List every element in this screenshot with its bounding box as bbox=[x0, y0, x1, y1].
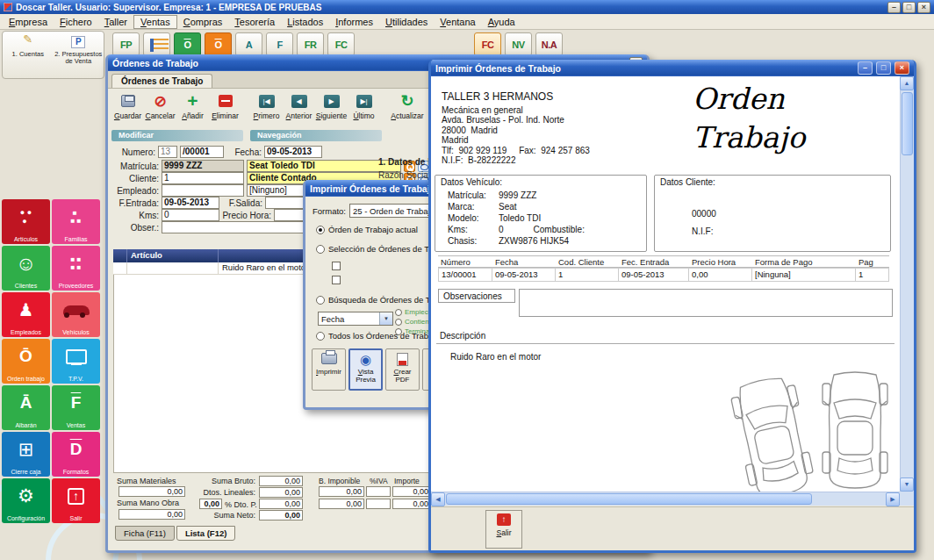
cliente-field[interactable]: 1 bbox=[162, 172, 244, 184]
articles-icon bbox=[2, 201, 50, 233]
menu-ayuda[interactable]: Ayuda bbox=[482, 16, 521, 28]
siguiente-button[interactable]: Siguiente bbox=[315, 90, 348, 129]
imprimir-button[interactable]: Imprimir bbox=[312, 348, 346, 391]
menu-informes[interactable]: Informes bbox=[329, 16, 379, 28]
matricula-field[interactable]: 9999 ZZZ bbox=[162, 160, 244, 172]
main-titlebar[interactable]: Doscar Taller. Usuario: Supervisor. Empr… bbox=[0, 0, 934, 14]
radio-contiene[interactable] bbox=[395, 319, 402, 326]
menu-listados[interactable]: Listados bbox=[281, 16, 329, 28]
tile-empleados[interactable]: Empleados bbox=[2, 292, 50, 337]
tile-ventas[interactable]: Ventas bbox=[52, 385, 100, 430]
tile-proveedores[interactable]: Proveedores bbox=[52, 246, 100, 291]
toolbar-factura-button[interactable]: F bbox=[266, 32, 293, 56]
menu-empresa[interactable]: Empresa bbox=[3, 16, 54, 28]
chevron-down-icon[interactable] bbox=[379, 312, 392, 325]
tile-formatos[interactable]: Formatos bbox=[52, 432, 100, 477]
scroll-right-arrow[interactable] bbox=[886, 492, 900, 506]
toolbar-presupuesto-button[interactable]: O bbox=[205, 32, 232, 56]
cancelar-button[interactable]: Cancelar bbox=[144, 90, 176, 129]
option-todos[interactable]: Todos los Órdenes de Trabajo bbox=[316, 331, 440, 341]
anterior-button[interactable]: Anterior bbox=[283, 90, 315, 129]
scroll-left-arrow[interactable] bbox=[431, 492, 445, 506]
radio-todos[interactable] bbox=[316, 332, 325, 341]
radio-seleccion[interactable] bbox=[316, 245, 325, 254]
option-actual[interactable]: Órden de Trabajo actual bbox=[316, 225, 418, 234]
menu-compras[interactable]: Compras bbox=[177, 16, 229, 28]
menu-ventana[interactable]: Ventana bbox=[434, 16, 481, 28]
ultimo-button[interactable]: Último bbox=[348, 90, 380, 129]
radio-busqueda[interactable] bbox=[316, 296, 325, 305]
scroll-thumb[interactable] bbox=[902, 92, 913, 155]
scroll-up-arrow[interactable] bbox=[900, 76, 914, 90]
toolbar-fp-button[interactable]: FP bbox=[112, 32, 140, 56]
close-button[interactable] bbox=[894, 61, 909, 75]
crear-pdf-button[interactable]: Crear PDF bbox=[385, 348, 420, 391]
campo-select[interactable]: Fecha bbox=[318, 312, 393, 326]
tile-familias[interactable]: Familias bbox=[52, 199, 100, 244]
toolbar-orden-button[interactable]: O bbox=[174, 32, 201, 56]
tab-ordenes-de-trabajo[interactable]: Órdenes de Trabajo bbox=[111, 74, 212, 88]
vista-previa-button[interactable]: Vista Previa bbox=[348, 348, 383, 391]
vertical-scrollbar[interactable] bbox=[900, 76, 914, 492]
seleccion-check-2[interactable] bbox=[332, 276, 341, 284]
fecha-field[interactable]: 09-05-2013 bbox=[264, 146, 322, 158]
guardar-button[interactable]: Guardar bbox=[111, 90, 144, 129]
option-contiene[interactable]: Contiene bbox=[395, 318, 433, 326]
maximize-button[interactable] bbox=[876, 61, 891, 75]
tile-albaran[interactable]: Albarán bbox=[2, 385, 50, 430]
tile-vehiculos[interactable]: Vehículos bbox=[52, 292, 100, 337]
menu-ventas[interactable]: Ventas bbox=[133, 15, 177, 29]
kms-field[interactable]: 0 bbox=[162, 209, 219, 221]
fentrada-field[interactable]: 09-05-2013 bbox=[162, 197, 219, 209]
eliminar-button[interactable]: Eliminar bbox=[209, 90, 241, 129]
preview-titlebar[interactable]: Imprimir Órdenes de Trabajo bbox=[431, 60, 914, 76]
anadir-button[interactable]: Añadir bbox=[176, 90, 209, 129]
close-button[interactable] bbox=[917, 2, 930, 13]
toolbar-fc-button[interactable]: FC bbox=[327, 32, 355, 56]
tile-cierre-caja[interactable]: Cierre caja bbox=[2, 432, 50, 477]
horizontal-scrollbar[interactable] bbox=[431, 492, 900, 506]
toolbar-list-button[interactable] bbox=[143, 32, 170, 56]
tile-tpv[interactable]: T.P.V. bbox=[52, 339, 100, 384]
menu-tesoreria[interactable]: Tesorería bbox=[228, 16, 281, 28]
radio-empiece[interactable] bbox=[395, 309, 402, 316]
tile-salir[interactable]: Salir bbox=[52, 478, 100, 523]
tab-lista[interactable]: Lista (F12) bbox=[176, 526, 236, 541]
refresh-icon bbox=[400, 92, 413, 110]
toolbar-na-button[interactable]: N.A bbox=[535, 32, 563, 56]
primero-button[interactable]: Primero bbox=[250, 90, 283, 129]
minimize-button[interactable] bbox=[887, 2, 901, 13]
checkbox[interactable] bbox=[332, 262, 341, 270]
toolbar-fc2-button[interactable]: FC bbox=[474, 32, 501, 56]
salir-button[interactable]: Salir bbox=[485, 510, 522, 549]
toolbar-fr-button[interactable]: FR bbox=[297, 32, 324, 56]
document-p-icon bbox=[71, 36, 85, 48]
numero-field[interactable]: 13 bbox=[158, 146, 177, 158]
dto-pp-pct-field[interactable]: 0,00 bbox=[199, 499, 222, 509]
minimize-button[interactable] bbox=[858, 61, 873, 75]
tab-ficha[interactable]: Ficha (F11) bbox=[115, 526, 175, 541]
checkbox[interactable] bbox=[332, 276, 341, 284]
tile-configuracion[interactable]: Configuración bbox=[2, 478, 50, 523]
company-line: 28000 Madrid bbox=[442, 126, 590, 136]
tile-clientes[interactable]: Clientes bbox=[2, 246, 50, 291]
quick-cuentas-button[interactable]: 1. Cuentas bbox=[3, 32, 54, 78]
quick-presupuestos-button[interactable]: 2. Presupuestos de Venta bbox=[54, 32, 104, 78]
tile-orden-trabajo[interactable]: Orden trabajo bbox=[2, 339, 50, 384]
empleado-cod-field[interactable] bbox=[162, 184, 244, 197]
scroll-thumb[interactable] bbox=[446, 493, 812, 505]
actualizar-button[interactable]: Actualizar bbox=[389, 90, 426, 129]
radio-actual[interactable] bbox=[316, 226, 325, 234]
scroll-down-arrow[interactable] bbox=[900, 477, 914, 492]
menu-taller[interactable]: Taller bbox=[98, 16, 133, 28]
contador-field[interactable]: /00001 bbox=[180, 146, 224, 158]
radio-todos-label: Todos los Órdenes de Trabajo bbox=[328, 331, 440, 341]
maximize-button[interactable] bbox=[902, 2, 916, 13]
menu-fichero[interactable]: Fichero bbox=[54, 16, 98, 28]
seleccion-check-1[interactable] bbox=[332, 262, 341, 270]
toolbar-nv-button[interactable]: NV bbox=[505, 32, 532, 56]
grid-col-articulo[interactable]: Artículo bbox=[127, 249, 219, 262]
toolbar-albaran-button[interactable]: A bbox=[235, 32, 262, 56]
menu-utilidades[interactable]: Utilidades bbox=[379, 16, 434, 28]
tile-articulos[interactable]: Artículos bbox=[2, 199, 50, 244]
